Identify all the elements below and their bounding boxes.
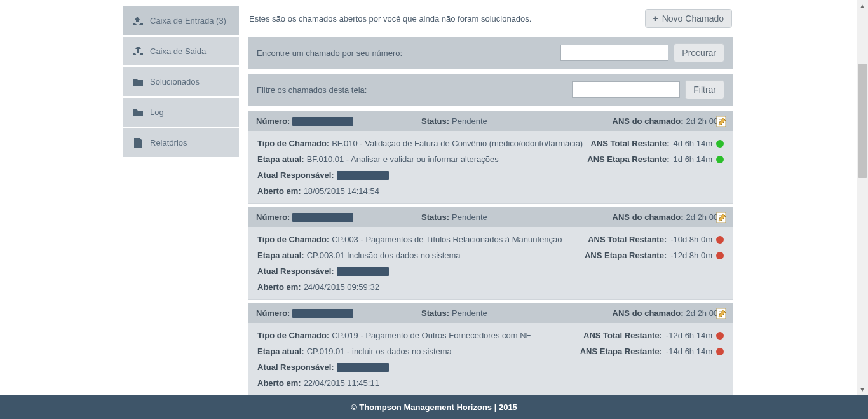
label-ans-chamado: ANS do chamado: [613,308,684,318]
ticket-tipo: BF.010 - Validação de Fatura de Convênio… [332,139,583,148]
label-aberto: Aberto em: [257,186,301,196]
ticket-ans-etapa: -12d 8h 0m [670,251,712,260]
sidebar-item-outbox[interactable]: Caixa de Saida [123,37,239,65]
filter-bar: Filtre os chamados desta tela: Filtrar [248,74,733,106]
ticket-number-redacted [292,117,353,126]
responsavel-redacted [337,171,389,180]
filter-input[interactable] [572,81,680,98]
new-ticket-button[interactable]: + Novo Chamado [645,9,732,28]
label-responsavel: Atual Responsável: [257,170,334,180]
ticket-etapa: CP.019.01 - incluir os dados no sistema [307,347,452,356]
status-dot [716,156,724,163]
folder-icon [132,107,144,118]
label-etapa: Etapa atual: [257,155,304,164]
ticket-body: Tipo de Chamado: CP.019 - Pagamento de O… [248,323,733,395]
find-label: Encontre um chamado por seu número: [257,48,560,58]
plus-icon: + [653,13,658,24]
ticket-header: Número:Status: PendenteANS do chamado: 2… [248,207,733,227]
scroll-thumb[interactable] [858,64,867,178]
filter-label: Filtre os chamados desta tela: [257,85,572,95]
status-dot [716,348,724,355]
ticket-aberto: 24/04/2015 09:59:32 [304,282,379,292]
main-container: Caixa de Entrada (3) Caixa de Saida Solu… [123,0,733,395]
label-numero: Número: [256,212,290,222]
edit-icon[interactable] [716,308,728,319]
label-responsavel: Atual Responsável: [257,362,334,372]
sidebar-item-label: Relatórios [150,138,187,148]
top-line: Estes são os chamados abertos por você q… [248,6,733,32]
status-dot [716,236,724,244]
sidebar: Caixa de Entrada (3) Caixa de Saida Solu… [123,6,239,395]
ticket-header: Número:Status: PendenteANS do chamado: 2… [248,303,733,323]
ticket-ans-total: -10d 8h 0m [670,235,712,244]
folder-icon [132,77,144,87]
sidebar-item-log[interactable]: Log [123,98,239,127]
footer: © Thompson Management Horizons | 2015 [0,395,868,419]
label-ans-chamado: ANS do chamado: [613,212,684,222]
ticket-body: Tipo de Chamado: BF.010 - Validação de F… [248,131,733,203]
find-button[interactable]: Procurar [674,43,724,62]
label-responsavel: Atual Responsável: [257,266,334,276]
label-status: Status: [421,116,449,126]
edit-icon[interactable] [716,212,728,223]
label-aberto: Aberto em: [257,282,301,292]
ticket-number-redacted [292,309,353,318]
inbox-icon [132,16,144,26]
ticket-card: Número:Status: PendenteANS do chamado: 2… [248,303,733,395]
label-etapa: Etapa atual: [257,251,304,260]
ticket-etapa: CP.003.01 Inclusão dos dados no sistema [307,251,461,260]
label-aberto: Aberto em: [257,378,301,388]
sidebar-item-solved[interactable]: Solucionados [123,67,239,96]
label-tipo: Tipo de Chamado: [257,139,329,148]
label-ans-etapa: ANS Etapa Restante: [587,155,669,164]
ticket-tipo: CP.019 - Pagamento de Outros Fornecedore… [332,331,531,340]
ticket-status: Pendente [452,116,487,126]
ticket-ans-etapa: 1d 6h 14m [674,155,712,164]
label-tipo: Tipo de Chamado: [257,235,329,244]
label-ans-etapa: ANS Etapa Restante: [580,347,662,356]
ticket-card: Número:Status: PendenteANS do chamado: 2… [248,111,733,204]
ticket-ans-total: -12d 6h 14m [666,331,712,340]
status-dot [716,332,724,340]
sidebar-item-label: Caixa de Saida [150,46,206,56]
ticket-status: Pendente [452,308,487,318]
sidebar-item-reports[interactable]: Relatórios [123,128,239,157]
sidebar-item-label: Caixa de Entrada (3) [150,16,226,25]
label-numero: Número: [256,116,290,126]
label-etapa: Etapa atual: [257,347,304,356]
sidebar-item-label: Log [150,107,164,117]
label-ans-chamado: ANS do chamado: [613,116,684,126]
sidebar-item-label: Solucionados [150,77,200,86]
status-dot [716,140,724,148]
ticket-etapa: BF.010.01 - Analisar e validar ou inform… [307,155,499,164]
scroll-up-icon[interactable]: ▲ [857,0,868,11]
ticket-header: Número:Status: PendenteANS do chamado: 2… [248,111,733,131]
filter-button[interactable]: Filtrar [685,80,724,99]
label-status: Status: [421,308,449,318]
intro-text: Estes são os chamados abertos por você q… [249,14,531,24]
edit-icon[interactable] [716,116,728,127]
report-icon [132,138,144,148]
scrollbar[interactable]: ▲ ▼ [857,0,868,395]
find-input[interactable] [560,45,668,61]
ticket-aberto: 18/05/2015 14:14:54 [304,186,379,196]
new-ticket-label: Novo Chamado [662,13,724,24]
ticket-aberto: 22/04/2015 11:45:11 [304,378,379,388]
footer-text: © Thompson Management Horizons | 2015 [351,402,517,412]
find-bar: Encontre um chamado por seu número: Proc… [248,37,733,69]
sidebar-item-inbox[interactable]: Caixa de Entrada (3) [123,6,239,35]
ticket-card: Número:Status: PendenteANS do chamado: 2… [248,207,733,300]
main-panel: Estes são os chamados abertos por você q… [248,6,733,395]
responsavel-redacted [337,267,389,276]
label-ans-etapa: ANS Etapa Restante: [585,251,667,260]
ticket-status: Pendente [452,212,487,222]
ticket-tipo: CP.003 - Pagamentos de Títulos Relaciona… [332,235,562,244]
scroll-down-icon[interactable]: ▼ [857,383,868,395]
ticket-ans-total: 4d 6h 14m [674,139,712,148]
label-numero: Número: [256,308,290,318]
label-ans-total: ANS Total Restante: [583,331,662,340]
ticket-number-redacted [292,213,353,222]
label-ans-total: ANS Total Restante: [588,235,667,244]
responsavel-redacted [337,363,389,372]
outbox-icon [132,46,144,57]
